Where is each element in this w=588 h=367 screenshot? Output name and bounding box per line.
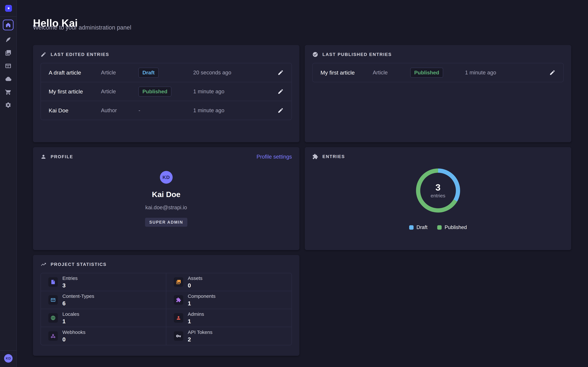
sidebar-item-marketplace[interactable] [3,88,14,96]
strapi-logo-glyph [6,6,11,11]
user-icon [41,154,46,160]
gear-icon [5,102,11,108]
entry-name: Kai Doe [49,107,101,114]
stat-label: Entries [62,275,78,281]
home-icon [5,22,11,28]
last-edited-entries-card: LAST EDITED ENTRIES A draft article Arti… [33,45,299,142]
puzzle-icon [312,154,318,159]
entry-name: A draft article [49,69,101,76]
legend-item-published: Published [437,225,467,230]
edit-entry-button[interactable] [277,88,284,95]
entry-time: 1 minute ago [193,107,276,114]
stats-table: Entries 3 Assets 0 [41,273,292,345]
entry-type: Author [101,107,138,114]
entry-name: My first article [320,69,373,76]
file-icon [51,279,56,285]
sidebar-item-settings[interactable] [3,101,14,109]
user-icon [176,315,181,320]
stat-label: Locales [62,311,79,317]
stat-label: Webhooks [62,329,86,335]
edit-entry-button[interactable] [277,107,284,114]
trending-up-icon [41,261,46,267]
profile-email: kai.doe@strapi.io [145,204,187,211]
feather-icon [5,37,11,43]
stat-label: Components [188,293,216,299]
stat-value: 3 [62,282,78,289]
sidebar-nav [0,17,16,109]
profile-settings-link[interactable]: Profile settings [257,154,292,160]
draft-swatch [409,225,414,230]
legend-item-draft: Draft [409,225,427,230]
entry-time: 20 seconds ago [193,69,276,76]
profile-card: PROFILE Profile settings KD Kai Doe kai.… [33,147,299,250]
last-published-table: My first article Article Published 1 min… [312,63,564,82]
sidebar-divider [0,350,16,351]
webhook-icon [51,334,56,339]
published-swatch [437,225,442,230]
entry-type: Article [101,88,138,95]
media-library-icon [5,50,11,56]
stat-value: 1 [62,318,79,325]
layout-icon [51,297,56,303]
stat-admins: Admins 1 [166,309,292,327]
legend-label: Draft [416,225,427,230]
avatar: KD [160,171,173,184]
stat-value: 2 [188,336,213,343]
globe-icon [51,315,56,320]
sidebar-item-home[interactable] [3,20,14,30]
stat-api-tokens: API Tokens 2 [166,327,292,345]
stat-value: 1 [188,318,204,325]
layout-icon [5,63,11,69]
card-title: ENTRIES [322,154,345,159]
stat-components: Components 1 [166,291,292,309]
status-badge: Published [410,68,443,78]
edit-entry-button[interactable] [549,69,555,76]
status-badge: Published [138,87,171,97]
status-badge: Draft [138,68,159,78]
entries-donut-chart: 3 entries [414,166,463,215]
stat-webhooks: Webhooks 0 [41,327,166,345]
sidebar: KD [0,0,17,367]
table-row: Kai Doe Author - 1 minute ago [41,101,292,120]
sidebar-user-avatar[interactable]: KD [4,354,13,363]
stat-locales: Locales 1 [41,309,166,327]
images-icon [176,279,181,285]
main-content: Hello Kai Welcome to your administration… [17,0,588,367]
pencil-icon [277,88,284,95]
stat-assets: Assets 0 [166,273,292,291]
entry-time: 1 minute ago [465,69,547,76]
puzzle-icon [176,297,181,303]
last-published-entries-card: LAST PUBLISHED ENTRIES My first article … [305,45,571,142]
check-circle-icon [312,51,318,58]
last-edited-table: A draft article Article Draft 20 seconds… [41,63,292,120]
stat-content-types: Content-Types 6 [41,291,166,309]
pencil-icon [41,51,46,58]
entries-total: 3 [435,183,441,192]
entry-type: Article [373,69,410,76]
legend-label: Published [445,225,467,230]
pencil-icon [549,69,555,76]
stat-value: 0 [188,282,203,289]
card-title: PROFILE [51,154,73,159]
sidebar-item-media-library[interactable] [3,49,14,57]
pencil-icon [277,69,284,76]
entry-type: Article [101,69,138,76]
sidebar-item-content-manager[interactable] [3,36,14,43]
entry-name: My first article [49,88,101,95]
entry-time: 1 minute ago [193,88,276,95]
table-row: My first article Article Published 1 min… [313,63,563,82]
stat-label: Admins [188,311,204,317]
card-title: LAST PUBLISHED ENTRIES [322,52,392,57]
card-title: LAST EDITED ENTRIES [51,52,109,57]
edit-entry-button[interactable] [277,69,284,76]
stat-value: 0 [62,336,86,343]
chart-legend: Draft Published [409,225,467,230]
stat-label: Content-Types [62,293,94,299]
sidebar-item-content-type-builder[interactable] [3,62,14,69]
stat-entries: Entries 3 [41,273,166,291]
strapi-logo-icon[interactable] [5,5,12,12]
stat-value: 1 [188,300,216,307]
cart-icon [5,89,11,95]
sidebar-item-deploy[interactable] [3,75,14,83]
table-row: My first article Article Published 1 min… [41,82,292,101]
